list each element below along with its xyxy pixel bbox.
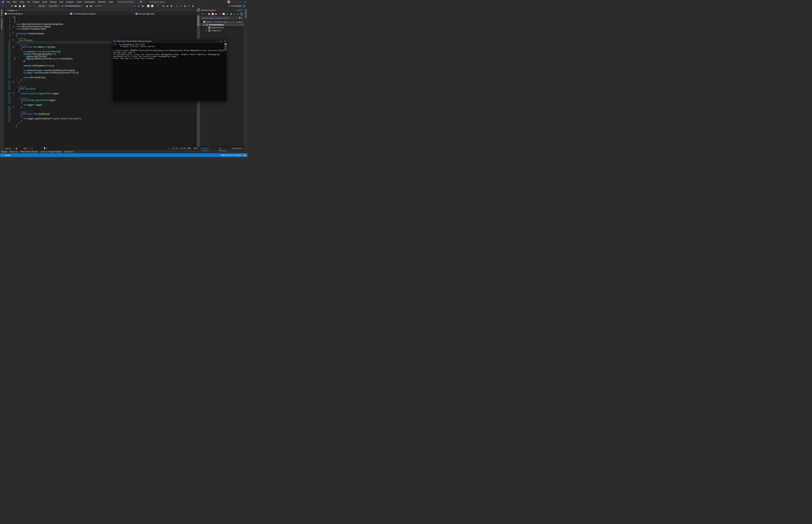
menu-tools[interactable]: Tools — [75, 0, 83, 4]
step-icon[interactable]: ↪ — [156, 4, 160, 7]
menu-analyze[interactable]: Analyze — [65, 0, 76, 4]
bottom-tab-error-list[interactable]: Error List — [10, 150, 18, 153]
minimize-button[interactable]: — — [234, 1, 236, 3]
debug-console-window[interactable]: Microsoft Visual Studio Debug Console — … — [112, 39, 227, 102]
solution-explorer-search[interactable]: Search Solution Explorer (Ctrl+;) 🔍▾ — [201, 16, 243, 20]
zoom-combo[interactable]: 110 % — [5, 147, 11, 150]
menu-test[interactable]: Test — [58, 0, 65, 4]
nav-class-combo[interactable]: YourNameSpace.Program — [69, 12, 134, 15]
b-icon[interactable]: ▫ — [199, 4, 202, 7]
console-maximize-button[interactable]: ▢ — [220, 40, 221, 43]
se-collapse-icon[interactable]: ⊟ — [226, 13, 229, 16]
menu-project[interactable]: Project — [31, 0, 41, 4]
nav-member-combo[interactable]: Main(string[] args) — [134, 12, 200, 15]
bottom-tab-codelens[interactable]: CodeLens — [64, 150, 73, 153]
maximize-button[interactable]: ▭ — [239, 1, 241, 3]
publish-drop-icon[interactable]: ▾ — [133, 4, 136, 7]
toolbox-tab[interactable]: Toolbox — [1, 9, 3, 16]
tree-node[interactable]: Solution 'YourNameSpace' (1 of 1 project… — [200, 20, 244, 23]
menu-git[interactable]: Git — [26, 0, 31, 4]
error-icon[interactable]: ✕ — [23, 147, 26, 150]
menu-window[interactable]: Window — [97, 0, 107, 4]
add-source-control-button[interactable]: ↑ Add to Source Control ▴ — [220, 154, 242, 156]
tree-node[interactable]: ▷Program.cs — [200, 29, 244, 32]
tab-drop-icon[interactable]: ▾ — [196, 10, 197, 12]
menu-help[interactable]: Help — [107, 0, 115, 4]
nav-project-combo[interactable]: YourNameSpace — [4, 12, 69, 15]
close-button[interactable]: ✕ — [244, 1, 246, 3]
menu-edit[interactable]: Edit — [11, 0, 18, 4]
layout2-icon[interactable]: ▤ — [166, 4, 169, 7]
next-issue-button[interactable]: → — [39, 147, 41, 150]
panel-pin-icon[interactable]: 📌 — [238, 9, 241, 11]
console-minimize-button[interactable]: — — [215, 40, 217, 43]
bookmark-icon[interactable]: ▮ — [191, 4, 195, 7]
quick-search[interactable]: Search (Ctrl+Q) 🔍 — [117, 0, 144, 4]
console-title-bar[interactable]: Microsoft Visual Studio Debug Console — … — [112, 39, 227, 43]
close-tab-icon[interactable]: ✕ — [21, 9, 23, 11]
tree-node[interactable]: ▷Dependencies — [200, 26, 244, 29]
hotreload-button[interactable]: 🔥 — [85, 4, 89, 7]
publish-target-combo[interactable] — [103, 4, 132, 7]
console-close-button[interactable]: ✕ — [224, 40, 226, 43]
panel-close-icon[interactable]: ✕ — [242, 9, 243, 11]
lightbulb-icon[interactable]: 💡▾ — [43, 147, 47, 150]
document-tab[interactable]: ▮ Program.cs 📌 ✕ — [4, 8, 24, 12]
c-icrevlesser[interactable]: ▫ — [203, 4, 206, 7]
prev-issue-button[interactable]: ← — [35, 147, 37, 150]
a-icon[interactable]: ▫ — [195, 4, 198, 7]
chart2-icon[interactable]: 📊 — [151, 4, 154, 7]
config-combo[interactable]: Debug — [37, 4, 47, 7]
se-back-icon[interactable]: ⮌ — [204, 13, 207, 16]
tab-solution-explorer[interactable]: Solution Explorer — [200, 147, 217, 150]
comment-icon[interactable]: ▮ — [183, 4, 186, 7]
scrollbar-thumb[interactable] — [197, 15, 199, 26]
new-item-button[interactable]: ✚▾ — [10, 4, 14, 7]
browse-button[interactable]: ▦▾ — [89, 4, 93, 7]
console-scrollbar[interactable] — [224, 43, 227, 50]
platform-combo[interactable]: Any CPU — [48, 4, 60, 7]
properties-tab[interactable]: Properties — [245, 9, 247, 18]
bottom-tab-code-coverage-results[interactable]: Code Coverage Results — [40, 150, 62, 153]
se-home2-icon[interactable]: 🏠 — [208, 13, 211, 16]
undo-button[interactable]: ↶▾ — [28, 4, 31, 7]
menu-extensions[interactable]: Extensions — [83, 0, 97, 4]
warning-icon[interactable]: ⚠ — [29, 147, 31, 149]
test-explorer-tab[interactable]: Test Explorer — [1, 18, 3, 30]
save-all-button[interactable]: 💾 — [22, 4, 26, 7]
se-switch-icon[interactable]: 🔀 — [211, 13, 214, 16]
d-icon[interactable]: ▫ — [207, 4, 210, 7]
publish-button[interactable]: ▦ — [141, 4, 144, 7]
menu-debug[interactable]: Debug — [49, 0, 58, 4]
line-indicator[interactable]: Ln: 10 — [172, 147, 178, 150]
uncomment-icon[interactable]: ▯ — [187, 4, 190, 7]
indent2-icon[interactable]: ⇥ — [179, 4, 183, 7]
layout1-icon[interactable]: ▥ — [162, 4, 165, 7]
se-preview-icon[interactable]: 👁 — [236, 13, 239, 16]
col-indicator[interactable]: Ch: 10 — [180, 147, 185, 150]
admin-icon[interactable]: 👤 — [243, 5, 245, 7]
tab-notifications[interactable]: Notifications — [230, 147, 244, 150]
pin-icon[interactable]: 📌 — [18, 10, 20, 11]
spaces-indicator[interactable]: SPC — [187, 147, 192, 150]
fwd-nav-button[interactable]: ▾ — [5, 4, 8, 7]
indent1-icon[interactable]: ⇤ — [176, 4, 179, 7]
chart1-icon[interactable]: 📊 — [147, 4, 150, 7]
find-button[interactable]: ◉ — [16, 147, 17, 150]
gear-icon[interactable]: ⚙ — [137, 4, 140, 7]
split-editor-grip[interactable] — [197, 8, 200, 11]
redo-button[interactable]: ↷▾ — [32, 4, 35, 7]
user-avatar[interactable] — [227, 0, 230, 4]
tree-node[interactable]: ◢YourNameSpace — [200, 23, 244, 26]
bottom-tab-output[interactable]: Output — [1, 150, 7, 153]
notifications-bell-icon[interactable]: 🔔1 — [244, 154, 246, 157]
tab-git-changes[interactable]: Git Changes — [217, 147, 230, 150]
save-button[interactable]: 💾 — [18, 4, 21, 7]
live-share-button[interactable]: ⇪ Live Share — [229, 5, 242, 7]
se-home-icon[interactable]: ⌂▾ — [201, 13, 204, 16]
panel-options-icon[interactable]: ▾ — [237, 9, 238, 11]
se-wrench-icon[interactable]: 🔧 — [240, 13, 243, 16]
open-button[interactable]: 📂 — [14, 4, 17, 7]
fold-gutter[interactable]: ⊟⊟⊟⊟⊟⊟⊟⊟ — [12, 15, 14, 147]
menu-build[interactable]: Build — [41, 0, 49, 4]
